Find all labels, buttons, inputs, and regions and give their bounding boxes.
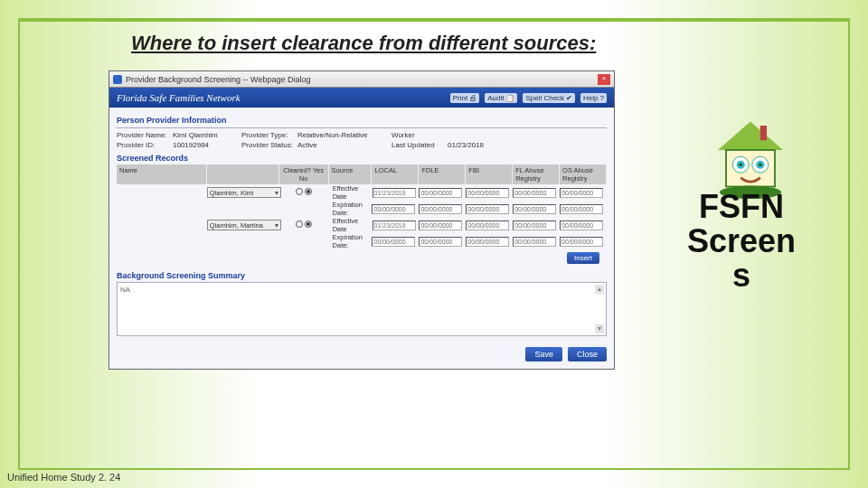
- summary-section: Background Screening Summary: [117, 271, 607, 280]
- chevron-down-icon: ▾: [275, 221, 278, 230]
- window-titlebar: Provider Background Screening -- Webpage…: [109, 71, 614, 88]
- help-icon: ?: [600, 94, 604, 102]
- fbi-exp-date[interactable]: [466, 204, 509, 214]
- side-label: FSFN Screen s: [669, 190, 814, 292]
- fbi-eff-date[interactable]: [466, 188, 509, 198]
- fbi-eff-date[interactable]: [466, 221, 509, 230]
- cleared-no-radio[interactable]: [305, 221, 312, 228]
- svg-point-7: [739, 163, 742, 166]
- provider-status-label: Provider Status:: [241, 141, 294, 149]
- side-label-line3: s: [669, 258, 814, 293]
- cleared-yes-radio[interactable]: [296, 221, 303, 228]
- ie-icon: [113, 75, 122, 84]
- house-character-icon: [710, 117, 791, 199]
- side-label-line2: Screen: [669, 224, 814, 258]
- osabuse-exp-date[interactable]: [560, 204, 603, 214]
- help-button[interactable]: Help?: [580, 93, 607, 103]
- scroll-up-icon[interactable]: ▴: [595, 285, 604, 294]
- table-row: Expiration Date:: [117, 233, 607, 249]
- col-local: LOCAL: [372, 164, 419, 184]
- last-updated-label: Last Updated: [392, 141, 444, 149]
- flabuse-eff-date[interactable]: [513, 188, 556, 198]
- col-source: Source: [329, 164, 373, 184]
- flabuse-eff-date[interactable]: [513, 221, 556, 230]
- table-row: Expiration Date:: [117, 201, 607, 217]
- fbi-exp-date[interactable]: [466, 237, 509, 247]
- svg-point-8: [759, 163, 762, 166]
- cleared-yes-radio[interactable]: [296, 188, 303, 195]
- scroll-down-icon[interactable]: ▾: [595, 324, 604, 333]
- provider-name-value: Kimi Qlamhim: [173, 131, 238, 139]
- summary-text: NA: [120, 286, 130, 294]
- last-updated-value: 01/23/2018: [448, 141, 513, 149]
- fdle-eff-date[interactable]: [419, 221, 462, 230]
- flabuse-exp-date[interactable]: [513, 237, 556, 247]
- col-cleared: Cleared? Yes No: [279, 164, 329, 184]
- close-icon[interactable]: ×: [598, 74, 610, 85]
- cleared-no-radio[interactable]: [305, 188, 312, 195]
- svg-marker-0: [718, 122, 783, 151]
- col-fbi: FBI: [466, 164, 513, 184]
- spell-icon: ✔: [566, 94, 572, 102]
- provider-name-label: Provider Name:: [117, 131, 169, 139]
- worker-label: Worker: [392, 131, 444, 139]
- print-button[interactable]: Print🖨: [450, 93, 479, 103]
- screened-records-section: Screened Records: [117, 154, 607, 163]
- provider-type-label: Provider Type:: [241, 131, 294, 139]
- spellcheck-button[interactable]: Spell Check✔: [523, 93, 575, 103]
- row-eff-label: Effective Date: [329, 184, 373, 201]
- footer-text: Unified Home Study 2. 24: [7, 472, 120, 483]
- app-name: Florida Safe Families Network: [117, 92, 241, 103]
- window-title: Provider Background Screening -- Webpage…: [126, 75, 310, 84]
- col-fdle: FDLE: [419, 164, 466, 184]
- flabuse-exp-date[interactable]: [513, 204, 556, 214]
- person-select[interactable]: Qlamhim, Martina▾: [207, 220, 281, 230]
- provider-id-label: Provider ID:: [117, 141, 169, 149]
- insert-button[interactable]: Insert: [567, 252, 599, 264]
- slide-title: Where to insert clearance from different…: [131, 32, 596, 55]
- worker-value: [448, 131, 513, 139]
- table-row: Qlamhim, Martina▾ Effective Date: [117, 217, 607, 233]
- local-exp-date[interactable]: [372, 204, 415, 214]
- osabuse-eff-date[interactable]: [560, 188, 603, 198]
- save-button[interactable]: Save: [525, 347, 562, 361]
- background-screening-dialog: Provider Background Screening -- Webpage…: [108, 70, 615, 370]
- table-header: Name Cleared? Yes No Source LOCAL FDLE F…: [117, 164, 607, 184]
- row-eff-label: Effective Date: [329, 217, 373, 233]
- svg-rect-1: [760, 126, 767, 140]
- summary-textarea[interactable]: NA ▴ ▾: [117, 282, 607, 336]
- table-row: Qlamhim, Kimi▾ Effective Date: [117, 184, 607, 201]
- person-select[interactable]: Qlamhim, Kimi▾: [207, 187, 281, 198]
- local-eff-date[interactable]: [373, 188, 416, 198]
- provider-status-value: Active: [297, 141, 388, 149]
- fdle-exp-date[interactable]: [419, 204, 462, 214]
- osabuse-eff-date[interactable]: [560, 221, 603, 230]
- person-info-section: Person Provider Information: [117, 113, 607, 128]
- row-exp-label: Expiration Date:: [329, 233, 373, 249]
- local-exp-date[interactable]: [372, 237, 415, 247]
- app-header: Florida Safe Families Network Print🖨 Aud…: [109, 88, 614, 108]
- provider-type-value: Relative/Non-Relative: [297, 131, 388, 139]
- chevron-down-icon: ▾: [275, 189, 278, 197]
- audit-button[interactable]: Audit📋: [485, 93, 517, 103]
- osabuse-exp-date[interactable]: [560, 237, 603, 247]
- fdle-exp-date[interactable]: [419, 237, 462, 247]
- close-button[interactable]: Close: [568, 347, 607, 361]
- col-name: Name: [117, 164, 207, 184]
- print-icon: 🖨: [469, 94, 476, 102]
- side-label-line1: FSFN: [669, 190, 814, 224]
- row-exp-label: Expiration Date:: [329, 201, 373, 217]
- provider-id-value: 100192984: [173, 141, 238, 149]
- audit-icon: 📋: [505, 94, 514, 102]
- col-osabuse: OS Abuse Registry: [560, 164, 607, 184]
- fdle-eff-date[interactable]: [419, 188, 462, 198]
- local-eff-date[interactable]: [373, 221, 416, 230]
- col-flabuse: FL Abuse Registry: [513, 164, 560, 184]
